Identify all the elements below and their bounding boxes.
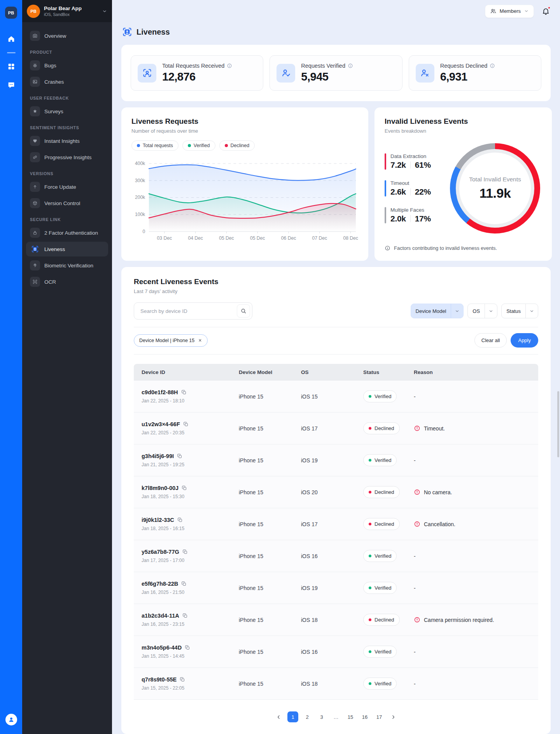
- clear-all-button[interactable]: Clear all: [474, 333, 507, 348]
- copy-icon[interactable]: [182, 485, 187, 491]
- sidebar-item-liveness[interactable]: Liveness: [26, 242, 108, 256]
- table-row[interactable]: c9d0e1f2-88H Jan 22, 2025 - 18:10 iPhone…: [134, 381, 538, 413]
- divider: [410, 215, 411, 222]
- copy-icon[interactable]: [182, 613, 188, 618]
- scrollbar-thumb[interactable]: [557, 391, 559, 457]
- home-icon[interactable]: [7, 35, 16, 43]
- status-badge: Verified: [363, 582, 397, 594]
- event-timestamp: Jan 21, 2025 - 19:25: [142, 462, 239, 467]
- members-button[interactable]: Members: [485, 5, 534, 18]
- filter-os[interactable]: OS: [467, 304, 497, 318]
- bug-icon: [30, 60, 40, 70]
- sidebar-item-version-control[interactable]: Version Control: [26, 196, 108, 211]
- copy-icon[interactable]: [177, 517, 183, 523]
- filter-chip[interactable]: Device Model | iPhone 15: [134, 334, 208, 347]
- sidebar-item-instant-insights[interactable]: Instant Insights: [26, 133, 108, 148]
- page-17[interactable]: 17: [374, 711, 385, 722]
- sidebar-item-biometric-verification[interactable]: Biometric Verification: [26, 258, 108, 273]
- alert-icon: [414, 616, 420, 623]
- stat-value: 12,876: [162, 70, 232, 83]
- reason-empty: -: [414, 553, 416, 559]
- events-title: Recent Liveness Events: [134, 277, 538, 286]
- chat-icon[interactable]: [7, 81, 16, 90]
- table-row[interactable]: a1b2c3d4-11A Jan 16, 2025 - 23:15 iPhone…: [134, 604, 538, 636]
- sidebar-item-label: Instant Insights: [44, 138, 80, 144]
- status-badge: Verified: [363, 646, 397, 658]
- donut-center-value: 11.9k: [480, 186, 511, 201]
- page-1[interactable]: 1: [287, 711, 298, 722]
- copy-icon[interactable]: [183, 421, 189, 427]
- breakdown-color-bar: [385, 180, 386, 197]
- page-15[interactable]: 15: [345, 711, 356, 722]
- sidebar-item-bugs[interactable]: Bugs: [26, 58, 108, 73]
- chevron-left-icon[interactable]: [273, 714, 284, 720]
- table-row[interactable]: y5z6a7b8-77G Jan 17, 2025 - 17:00 iPhone…: [134, 540, 538, 572]
- chevron-down-icon: [525, 304, 538, 318]
- sidebar-item-ocr[interactable]: OCR: [26, 274, 108, 289]
- requests-line-chart: 400k300k200k100k003 Dec04 Dec05 Dec05 De…: [131, 152, 358, 244]
- table-row[interactable]: i9j0k1l2-33C Jan 18, 2025 - 16:15 iPhone…: [134, 508, 538, 540]
- sidebar-item-surveys[interactable]: Surveys: [26, 104, 108, 119]
- table-row[interactable]: g3h4i5j6-99I Jan 21, 2025 - 19:25 iPhone…: [134, 444, 538, 476]
- info-icon[interactable]: [490, 63, 495, 68]
- sidebar-item-crashes[interactable]: Crashes: [26, 74, 108, 89]
- info-icon[interactable]: [227, 63, 232, 68]
- page-3[interactable]: 3: [316, 711, 327, 722]
- device-id: k7l8m9n0-00J: [142, 485, 178, 491]
- device-id: y5z6a7b8-77G: [142, 549, 179, 555]
- close-icon[interactable]: [198, 338, 202, 342]
- app-platform: iOS, SandBox: [44, 12, 82, 17]
- table-row[interactable]: q7r8s9t0-55E Jan 15, 2025 - 22:05 iPhone…: [134, 668, 538, 700]
- filter-device-model[interactable]: Device Model: [411, 304, 464, 318]
- page-header: Liveness: [121, 27, 551, 37]
- page-16[interactable]: 16: [359, 711, 370, 722]
- legend-declined[interactable]: Declined: [219, 140, 255, 151]
- info-icon[interactable]: [348, 63, 353, 68]
- copy-icon[interactable]: [181, 390, 187, 395]
- chart-subtitle: Number of requests over time: [131, 128, 358, 134]
- table-row[interactable]: e5f6g7h8-22B Jan 16, 2025 - 21:50 iPhone…: [134, 572, 538, 604]
- table-row[interactable]: u1v2w3×4-66F Jan 22, 2025 - 20:35 iPhone…: [134, 413, 538, 444]
- info-icon: [385, 245, 390, 251]
- copy-icon[interactable]: [180, 677, 185, 682]
- legend-verified[interactable]: Verified: [182, 140, 215, 151]
- app-rail: PB: [0, 0, 22, 734]
- copy-icon[interactable]: [181, 581, 187, 586]
- sidebar-item-overview[interactable]: Overview: [26, 28, 108, 43]
- status-badge: Verified: [363, 390, 397, 402]
- filter-status[interactable]: Status: [501, 304, 538, 318]
- fingerprint-icon: [30, 260, 40, 270]
- copy-icon[interactable]: [177, 453, 182, 459]
- apply-button[interactable]: Apply: [511, 333, 538, 348]
- table-row[interactable]: m3n4o5p6-44D Jan 15, 2025 - 14:45 iPhone…: [134, 636, 538, 668]
- copy-icon[interactable]: [182, 549, 188, 555]
- sidebar-item-label: Surveys: [44, 109, 63, 114]
- notifications-bell-icon[interactable]: [542, 7, 550, 15]
- sidebar-item-2-factor-authentication[interactable]: 2 Factor Authentication: [26, 225, 108, 240]
- device-model: iPhone 15: [239, 489, 301, 495]
- table-header: Device IDDevice ModelOSStatusReason: [134, 364, 538, 381]
- chevron-right-icon[interactable]: [388, 714, 399, 720]
- table-row[interactable]: k7l8m9n0-00J Jan 18, 2025 - 15:30 iPhone…: [134, 476, 538, 508]
- idcard-icon: [30, 277, 40, 287]
- device-model: iPhone 15: [239, 553, 301, 559]
- status-badge: Declined: [363, 422, 400, 434]
- legend-dot: [225, 144, 228, 147]
- breakdown-data-extraction: Data Extraction 7.2k 61%: [385, 153, 450, 170]
- sidebar-item-progressive-insights[interactable]: Progressive Insights: [26, 150, 108, 165]
- os-version: iOS 19: [301, 457, 363, 464]
- face-badge-icon: [30, 244, 40, 254]
- page-2[interactable]: 2: [302, 711, 313, 722]
- sidebar-item-force-update[interactable]: Force Update: [26, 179, 108, 194]
- breakdown-color-bar: [385, 207, 386, 223]
- app-switcher[interactable]: PB Polar Bear App iOS, SandBox: [22, 0, 112, 22]
- rail-divider: [7, 52, 16, 53]
- search-icon[interactable]: [237, 304, 250, 318]
- search-input[interactable]: [140, 308, 237, 314]
- apps-grid-icon[interactable]: [7, 62, 16, 71]
- legend-total-requests[interactable]: Total requests: [131, 140, 178, 151]
- stat-label: Requests Verified: [301, 63, 345, 69]
- profile-icon[interactable]: [5, 714, 17, 725]
- copy-icon[interactable]: [185, 645, 190, 650]
- chevron-down-icon: [485, 304, 497, 318]
